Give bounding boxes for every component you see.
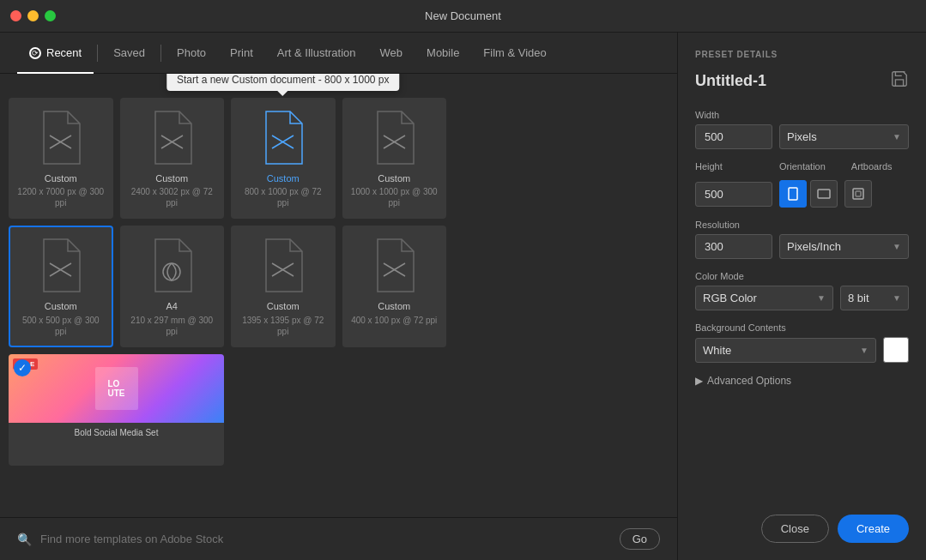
width-unit-arrow: ▼ — [893, 132, 901, 142]
portrait-button[interactable] — [779, 180, 807, 208]
tab-mobile[interactable]: Mobile — [415, 33, 471, 74]
tab-divider-1 — [97, 45, 98, 62]
minimize-traffic-light[interactable] — [27, 10, 39, 21]
tab-art[interactable]: Art & Illustration — [265, 33, 368, 74]
svg-rect-17 — [853, 189, 863, 199]
preset-card-2[interactable]: Custom 2400 x 3002 px @ 72 ppi — [120, 98, 225, 219]
preset-dims-3: 800 x 1000 px @ 72 ppi — [239, 186, 327, 208]
doc-icon-7 — [259, 238, 306, 293]
preset-name-6: A4 — [166, 300, 178, 312]
go-button[interactable]: Go — [620, 528, 660, 550]
stock-search-input[interactable] — [40, 533, 611, 545]
spacer-2 — [565, 98, 669, 106]
height-input[interactable] — [695, 182, 772, 207]
content-grid: Custom 1200 x 7000 px @ 300 ppi Custom 2… — [0, 74, 677, 517]
doc-icon-3 — [259, 110, 306, 166]
resolution-unit-arrow: ▼ — [893, 242, 901, 251]
preset-dims-4: 1000 x 1000 px @ 300 ppi — [351, 186, 439, 208]
svg-rect-18 — [856, 191, 861, 196]
bg-contents-row: White ▼ — [695, 337, 909, 363]
maximize-traffic-light[interactable] — [45, 10, 56, 21]
bg-select-arrow: ▼ — [860, 346, 869, 355]
right-panel: PRESET DETAILS Untitled-1 Width Pixels ▼ — [677, 33, 926, 560]
doc-icon-1 — [37, 110, 84, 166]
spacer-4 — [565, 226, 669, 234]
preset-name-4: Custom — [378, 172, 410, 184]
color-mode-select[interactable]: RGB Color ▼ — [695, 286, 833, 310]
preset-dims-2: 2400 x 3002 px @ 72 ppi — [129, 186, 216, 208]
spacer-1 — [453, 98, 558, 106]
color-mode-label: Color Mode — [695, 271, 909, 281]
preset-card-5[interactable]: Custom 500 x 500 px @ 300 ppi — [9, 226, 113, 346]
svg-rect-15 — [789, 188, 797, 200]
orientation-label: Orientation — [779, 161, 826, 172]
preset-card-3[interactable]: Start a new Custom document - 800 x 1000… — [231, 98, 336, 219]
width-row: Pixels ▼ — [695, 124, 909, 149]
height-label: Height — [695, 161, 772, 172]
bottom-buttons: Close Create — [695, 515, 909, 543]
resolution-row: Pixels/Inch ▼ — [695, 234, 909, 259]
preset-details-label: PRESET DETAILS — [695, 50, 909, 59]
width-unit-select[interactable]: Pixels ▼ — [779, 124, 909, 149]
tab-saved[interactable]: Saved — [101, 33, 157, 74]
preset-card-7[interactable]: Custom 1395 x 1395 px @ 72 ppi — [231, 226, 336, 346]
preset-dims-5: 500 x 500 px @ 300 ppi — [17, 315, 105, 337]
spacer-3 — [453, 226, 558, 234]
tab-photo[interactable]: Photo — [165, 33, 218, 74]
landscape-button[interactable] — [810, 180, 838, 208]
resolution-input[interactable] — [695, 234, 772, 259]
recent-icon: ⟳ — [29, 47, 41, 59]
color-mode-row: RGB Color ▼ 8 bit ▼ — [695, 286, 909, 310]
doc-icon-2 — [148, 110, 196, 166]
document-title: Untitled-1 — [695, 72, 766, 90]
preset-card-6[interactable]: A4 210 x 297 mm @ 300 ppi — [120, 226, 225, 346]
width-input[interactable] — [695, 124, 772, 149]
bit-depth-select[interactable]: 8 bit ▼ — [840, 286, 909, 310]
main-container: ⟳ Recent Saved Photo Print Art & Illustr… — [0, 33, 926, 560]
tab-film[interactable]: Film & Video — [471, 33, 558, 74]
resolution-label: Resolution — [695, 220, 909, 230]
create-button[interactable]: Create — [838, 515, 909, 543]
preset-name-5: Custom — [45, 300, 77, 312]
color-mode-arrow: ▼ — [817, 293, 826, 303]
tab-web[interactable]: Web — [368, 33, 415, 74]
search-icon: 🔍 — [17, 533, 32, 546]
titlebar: New Document — [0, 0, 926, 33]
window-title: New Document — [425, 9, 501, 22]
preset-name-2: Custom — [155, 172, 188, 184]
height-orientation-row — [695, 180, 909, 208]
preset-card-8[interactable]: Custom 400 x 100 px @ 72 ppi — [342, 226, 447, 346]
tab-recent[interactable]: ⟳ Recent — [17, 33, 94, 74]
doc-title-row: Untitled-1 — [695, 69, 909, 93]
preset-card-1[interactable]: Custom 1200 x 7000 px @ 300 ppi — [9, 98, 113, 219]
preset-dims-7: 1395 x 1395 px @ 72 ppi — [239, 315, 327, 337]
doc-icon-6 — [148, 238, 196, 293]
preset-name-7: Custom — [267, 300, 300, 312]
doc-icon-8 — [371, 238, 418, 293]
preset-dims-6: 210 x 297 mm @ 300 ppi — [129, 315, 216, 337]
bg-contents-select[interactable]: White ▼ — [695, 338, 876, 363]
tooltip: Start a new Custom document - 800 x 1000… — [166, 74, 399, 91]
preset-dims-1: 1200 x 7000 px @ 300 ppi — [17, 186, 105, 208]
left-panel: ⟳ Recent Saved Photo Print Art & Illustr… — [0, 33, 677, 560]
advanced-options-toggle[interactable]: ▶ Advanced Options — [695, 375, 909, 387]
close-button[interactable]: Close — [761, 515, 829, 543]
chevron-right-icon: ▶ — [695, 375, 703, 387]
template-card-1[interactable]: SALE LOUTE ✓ Bold Social Media Set — [9, 354, 224, 466]
save-preset-icon[interactable] — [890, 69, 909, 93]
preset-card-4[interactable]: Custom 1000 x 1000 px @ 300 ppi — [342, 98, 447, 219]
bg-color-swatch[interactable] — [883, 337, 909, 363]
close-traffic-light[interactable] — [10, 10, 21, 21]
tab-print[interactable]: Print — [218, 33, 265, 74]
preset-name-3: Custom — [267, 172, 300, 184]
width-label: Width — [695, 110, 909, 120]
doc-icon-5 — [37, 238, 84, 293]
resolution-unit-select[interactable]: Pixels/Inch ▼ — [779, 234, 909, 259]
artboards-button[interactable] — [844, 180, 872, 208]
doc-icon-4 — [371, 110, 418, 166]
svg-rect-16 — [818, 190, 830, 198]
template-label: Bold Social Media Set — [9, 423, 224, 443]
template-check-badge: ✓ — [14, 359, 31, 376]
traffic-lights — [10, 10, 56, 21]
bottom-search-bar: 🔍 Go — [0, 517, 677, 560]
